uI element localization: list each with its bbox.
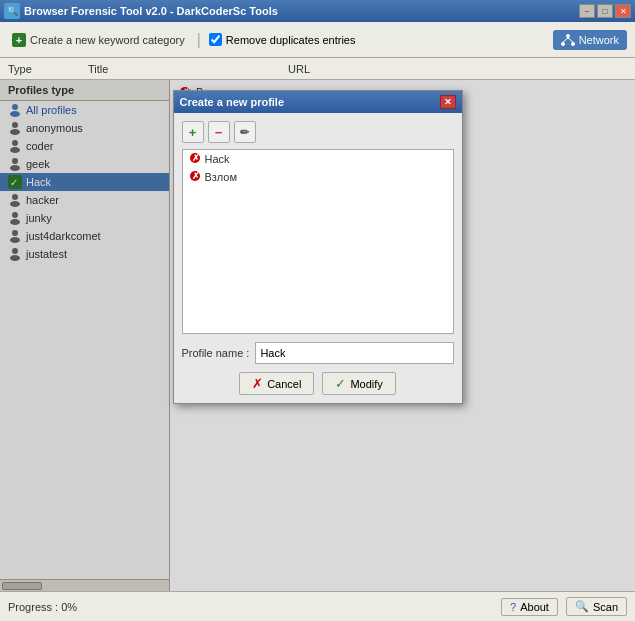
progress-text: Progress : 0% <box>8 601 77 613</box>
col-type-header: Type <box>0 63 80 75</box>
modify-icon: ✓ <box>335 376 346 391</box>
modal-dialog: Create a new profile ✕ + − ✏ ✗Hack✗Взлом… <box>173 90 463 404</box>
modal-item-icon: ✗ <box>189 170 201 184</box>
window-controls[interactable]: − □ ✕ <box>579 4 631 18</box>
svg-point-2 <box>571 42 575 46</box>
about-icon: ? <box>510 601 516 613</box>
svg-point-0 <box>566 34 570 38</box>
remove-duplicates-input[interactable] <box>209 33 222 46</box>
profile-name-input[interactable] <box>255 342 453 364</box>
svg-line-3 <box>563 38 568 42</box>
network-button[interactable]: Network <box>553 30 627 50</box>
close-button[interactable]: ✕ <box>615 4 631 18</box>
modal-item-icon: ✗ <box>189 152 201 166</box>
toolbar-separator: | <box>197 31 201 49</box>
scan-label: Scan <box>593 601 618 613</box>
maximize-button[interactable]: □ <box>597 4 613 18</box>
modal-add-button[interactable]: + <box>182 121 204 143</box>
svg-text:✗: ✗ <box>192 171 200 181</box>
modal-list[interactable]: ✗Hack✗Взлом <box>182 149 454 334</box>
toolbar: + Create a new keyword category | Remove… <box>0 22 635 58</box>
main-area: Profiles type All profilesanonymouscoder… <box>0 80 635 591</box>
bottom-right: ? About 🔍 Scan <box>501 597 627 616</box>
modal-toolbar: + − ✏ <box>182 121 454 143</box>
modal-body: + − ✏ ✗Hack✗Взлом Profile name : ✗ Cance… <box>174 113 462 403</box>
about-label: About <box>520 601 549 613</box>
modal-list-item[interactable]: ✗Hack <box>183 150 453 168</box>
network-label: Network <box>579 34 619 46</box>
col-title-header: Title <box>80 63 280 75</box>
new-category-button[interactable]: + Create a new keyword category <box>8 31 189 49</box>
profile-name-row: Profile name : <box>182 342 454 364</box>
svg-point-1 <box>561 42 565 46</box>
cancel-icon: ✗ <box>252 376 263 391</box>
app-icon: 🔍 <box>4 3 20 19</box>
modify-button[interactable]: ✓ Modify <box>322 372 395 395</box>
modal-item-label: Взлом <box>205 171 237 183</box>
svg-text:✗: ✗ <box>192 153 200 163</box>
modal-list-item[interactable]: ✗Взлом <box>183 168 453 186</box>
modal-close-button[interactable]: ✕ <box>440 95 456 109</box>
cancel-label: Cancel <box>267 378 301 390</box>
remove-duplicates-checkbox[interactable]: Remove duplicates entries <box>209 33 356 46</box>
svg-line-4 <box>568 38 573 42</box>
modal-edit-button[interactable]: ✏ <box>234 121 256 143</box>
modal-overlay: Create a new profile ✕ + − ✏ ✗Hack✗Взлом… <box>0 80 635 591</box>
modal-title: Create a new profile <box>180 96 285 108</box>
remove-duplicates-label: Remove duplicates entries <box>226 34 356 46</box>
minimize-button[interactable]: − <box>579 4 595 18</box>
modal-item-label: Hack <box>205 153 230 165</box>
bottom-bar: Progress : 0% ? About 🔍 Scan <box>0 591 635 621</box>
scan-icon: 🔍 <box>575 600 589 613</box>
column-headers: Type Title URL <box>0 58 635 80</box>
col-url-header: URL <box>280 63 635 75</box>
app-title: Browser Forensic Tool v2.0 - DarkCoderSc… <box>24 5 278 17</box>
modal-title-bar: Create a new profile ✕ <box>174 91 462 113</box>
modal-buttons: ✗ Cancel ✓ Modify <box>182 372 454 395</box>
about-button[interactable]: ? About <box>501 598 558 616</box>
scan-button[interactable]: 🔍 Scan <box>566 597 627 616</box>
modal-remove-button[interactable]: − <box>208 121 230 143</box>
network-icon <box>561 33 575 47</box>
plus-icon: + <box>12 33 26 47</box>
profile-name-label: Profile name : <box>182 347 250 359</box>
modify-label: Modify <box>350 378 382 390</box>
cancel-button[interactable]: ✗ Cancel <box>239 372 314 395</box>
new-category-label: Create a new keyword category <box>30 34 185 46</box>
title-bar: 🔍 Browser Forensic Tool v2.0 - DarkCoder… <box>0 0 635 22</box>
